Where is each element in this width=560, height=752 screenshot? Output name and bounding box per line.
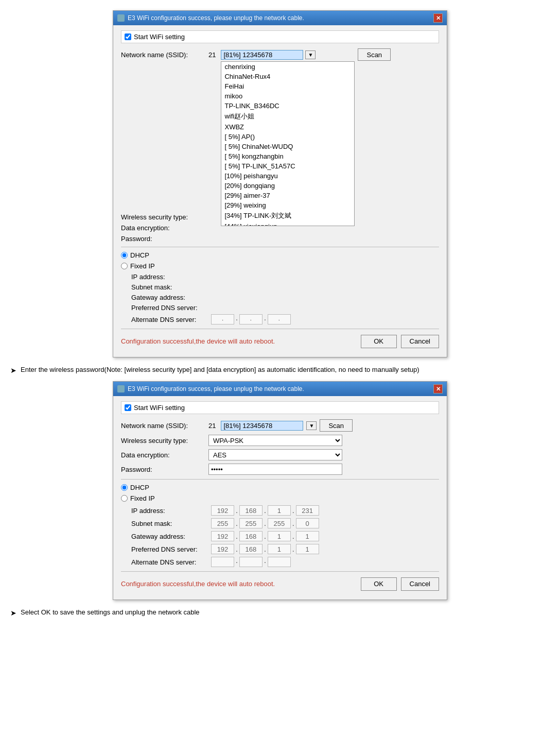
dropdown-item-6[interactable]: XWBZ [221, 122, 354, 132]
bullet1-text: Enter the wireless password(Note: [wirel… [21, 365, 419, 375]
ok-button-2[interactable]: OK [361, 577, 397, 591]
gw-octet-1[interactable] [211, 531, 234, 541]
dropdown-item-0[interactable]: chenrixing [221, 62, 354, 72]
dropdown-item-14[interactable]: [29%] weixing [221, 200, 354, 210]
dropdown-item-11[interactable]: [10%] peishangyu [221, 171, 354, 181]
dropdown-item-7[interactable]: [ 5%] AP() [221, 132, 354, 142]
subnet-octet-1[interactable] [211, 518, 234, 528]
dropdown-item-1[interactable]: ChinaNet-Rux4 [221, 72, 354, 81]
encryption-select[interactable]: AES [208, 449, 342, 460]
pref-dns-row: Preferred DNS server: [131, 304, 439, 312]
dropdown-item-13[interactable]: [29%] aimer-37 [221, 191, 354, 200]
dropdown-item-3[interactable]: mikoo [221, 91, 354, 101]
dropdown-item-2[interactable]: FeiHai [221, 81, 354, 91]
subnet-octet-4[interactable] [296, 518, 319, 528]
fixed-ip-label-2: Fixed IP [130, 494, 155, 502]
dropdown-item-4[interactable]: TP-LINK_B346DC [221, 101, 354, 111]
bullet2-section: ➤ Select OK to save the settings and unp… [10, 607, 550, 619]
ip-octet-2[interactable] [239, 505, 262, 516]
fixed-ip-radio[interactable] [121, 263, 128, 269]
ip-octet-4[interactable] [296, 505, 319, 516]
ssid-display-value[interactable]: [81%] 12345678 [221, 50, 303, 60]
dropdown-item-8[interactable]: [ 5%] ChinaNet-WUDQ [221, 142, 354, 151]
gateway-row-2: Gateway address: . . . [131, 531, 439, 541]
separator1 [121, 247, 439, 247]
titlebar-left: E3 WiFi configuration success, please un… [117, 14, 304, 22]
adns-octet-3[interactable] [268, 557, 291, 567]
subnet-mask-label: Subnet mask: [131, 283, 211, 291]
password-row-2: Password: [121, 464, 439, 475]
password-input[interactable] [208, 464, 342, 475]
pdns-octet-2[interactable] [239, 544, 262, 554]
ok-button-1[interactable]: OK [361, 335, 397, 348]
pref-dns-label-2: Preferred DNS server: [131, 545, 211, 553]
dropdown-item-10[interactable]: [ 5%] TP-LINK_51A57C [221, 161, 354, 171]
adns-octet-1[interactable] [211, 557, 234, 567]
ip-octet-3[interactable] [268, 505, 291, 516]
start-wifi-checkbox[interactable] [125, 33, 131, 40]
dropdown-item-16[interactable]: [44%] xiexiangjun [221, 221, 354, 226]
alt-dns-3[interactable] [268, 314, 291, 324]
titlebar2-left: E3 WiFi configuration success, please un… [117, 385, 304, 392]
dhcp-row-2: DHCP [121, 484, 439, 491]
fixed-ip-radio-2[interactable] [121, 495, 128, 502]
ssid-control-2: 21 [81%] 12345678 ▼ Scan [208, 419, 439, 432]
dropdown-item-15[interactable]: [34%] TP-LINK-刘文斌 [221, 210, 354, 221]
footer-buttons-1: OK Cancel [361, 335, 439, 348]
gw-octet-4[interactable] [296, 531, 319, 541]
scan-button-1[interactable]: Scan [358, 48, 391, 61]
separator2 [121, 329, 439, 329]
ssid-dropdown[interactable]: [81%] 12345678 ▼ chenrixing ChinaNet-Rux… [221, 50, 355, 60]
password-row: Password: [121, 235, 439, 243]
dialog-icon [117, 14, 125, 22]
alt-dns-2[interactable] [239, 314, 262, 324]
start-wifi-checkbox-2[interactable] [125, 404, 131, 411]
gateway-row: Gateway address: [131, 294, 439, 301]
adns-octet-2[interactable] [239, 557, 262, 567]
subnet-octet-3[interactable] [268, 518, 291, 528]
subnet-octet-2[interactable] [239, 518, 262, 528]
cancel-button-1[interactable]: Cancel [401, 335, 439, 348]
pdns-octet-1[interactable] [211, 544, 234, 554]
dialog2: E3 WiFi configuration success, please un… [113, 381, 447, 600]
dhcp-radio[interactable] [121, 252, 128, 259]
bullet1-arrow: ➤ [10, 365, 16, 376]
gw-octet-2[interactable] [239, 531, 262, 541]
security-select[interactable]: WPA-PSK [208, 435, 342, 446]
close-button[interactable]: ✕ [433, 13, 443, 23]
dialog2-body: Start WiFi setting Network name (SSID): … [113, 396, 447, 600]
ssid-row: Network name (SSID): 21 [81%] 12345678 ▼… [121, 48, 439, 61]
dropdown-item-9[interactable]: [ 5%] kongzhangbin [221, 151, 354, 161]
pdns-octet-3[interactable] [268, 544, 291, 554]
pdns-octet-4[interactable] [296, 544, 319, 554]
fixed-ip-row: Fixed IP [121, 262, 439, 270]
gateway-fields: . . . [211, 531, 319, 541]
ssid-display-2[interactable]: [81%] 12345678 [221, 421, 303, 431]
gw-octet-3[interactable] [268, 531, 291, 541]
security-label: Wireless security type: [121, 213, 208, 221]
gateway-label: Gateway address: [131, 294, 211, 301]
separator3 [121, 479, 439, 480]
subnet-mask-row-2: Subnet mask: . . . [131, 518, 439, 528]
ip-address-row-2: IP address: . . . [131, 505, 439, 516]
ssid-dropdown-arrow[interactable]: ▼ [305, 50, 316, 59]
ssid-input-row: [81%] 12345678 ▼ [221, 50, 355, 60]
dialog2-icon [117, 385, 125, 392]
cancel-button-2[interactable]: Cancel [401, 577, 439, 591]
ip-octet-1[interactable] [211, 505, 234, 516]
alt-dns-row-2: Alternate DNS server: · · [131, 557, 439, 567]
alt-dns-1[interactable] [211, 314, 234, 324]
dropdown-item-12[interactable]: [20%] dongqiang [221, 181, 354, 191]
alt-dns-fields: · · [211, 314, 291, 324]
bullet2-text: Select OK to save the settings and unplu… [21, 607, 200, 618]
ip-address-row: IP address: [131, 273, 439, 281]
scan-button-2[interactable]: Scan [320, 419, 353, 432]
ssid-dropdown-arrow-2[interactable]: ▼ [306, 421, 317, 430]
dropdown-item-5[interactable]: wifi赵小姐 [221, 111, 354, 122]
alt-dns-fields-2: · · [211, 557, 291, 567]
close-button-2[interactable]: ✕ [433, 384, 443, 394]
ssid-dropdown-list[interactable]: chenrixing ChinaNet-Rux4 FeiHai mikoo TP… [221, 61, 355, 226]
dialog2-titlebar: E3 WiFi configuration success, please un… [113, 382, 447, 396]
dhcp-radio-2[interactable] [121, 484, 128, 491]
password-label-2: Password: [121, 466, 208, 473]
